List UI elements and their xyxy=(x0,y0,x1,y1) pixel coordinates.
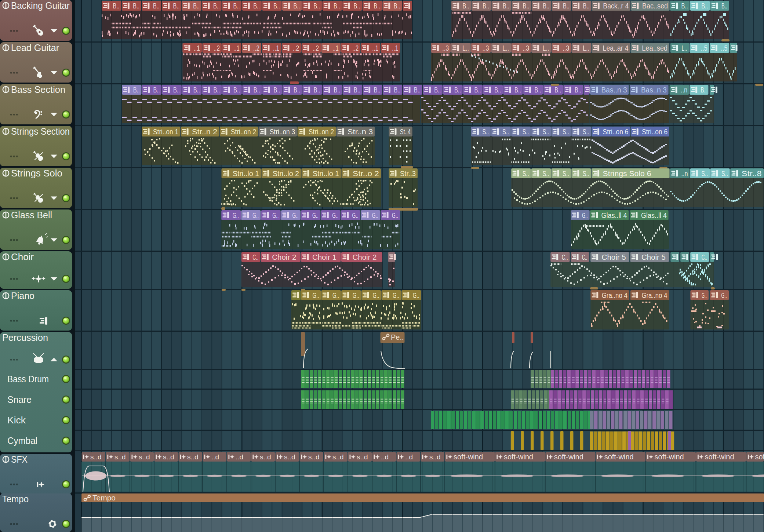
svg-text:..5: ..5 xyxy=(721,44,727,52)
svg-text:B..: B.. xyxy=(253,2,260,10)
svg-text:soft-wind: soft-wind xyxy=(504,453,533,461)
svg-text:..1: ..1 xyxy=(332,44,339,52)
svg-text:Cymbal: Cymbal xyxy=(7,436,37,446)
svg-text:G..: G.. xyxy=(352,211,359,219)
svg-text:Bac..sed: Bac..sed xyxy=(642,2,668,10)
svg-text:s..d: s..d xyxy=(163,453,174,461)
svg-text:B..: B.. xyxy=(523,2,530,10)
svg-text:B..: B.. xyxy=(681,2,688,10)
svg-text:L..: L.. xyxy=(682,44,687,52)
svg-text:B..: B.. xyxy=(434,86,441,94)
svg-text:Glas..ll 4: Glas..ll 4 xyxy=(601,211,627,219)
svg-text:..3: ..3 xyxy=(563,44,569,52)
svg-text:..3: ..3 xyxy=(523,44,529,52)
svg-text:Stri..on 6: Stri..on 6 xyxy=(603,128,629,136)
svg-text:Kick: Kick xyxy=(7,415,26,425)
svg-text:Back..r 4: Back..r 4 xyxy=(603,2,629,10)
svg-text:..d: ..d xyxy=(381,453,389,461)
svg-text:Stri..on 2: Stri..on 2 xyxy=(231,128,256,136)
svg-text:S..: S.. xyxy=(502,128,509,136)
svg-text:S..: S.. xyxy=(583,128,589,136)
svg-text:B..: B.. xyxy=(133,86,140,94)
svg-text:B..: B.. xyxy=(113,2,120,10)
svg-text:G..: G.. xyxy=(312,291,319,299)
svg-text:s..d: s..d xyxy=(429,453,441,461)
svg-text:S..: S.. xyxy=(721,170,728,178)
svg-text:Lead Guitar: Lead Guitar xyxy=(11,43,59,53)
svg-text:B..: B.. xyxy=(354,86,360,94)
svg-text:B..: B.. xyxy=(173,86,180,94)
svg-text:G..: G.. xyxy=(721,291,727,299)
svg-text:B..: B.. xyxy=(153,86,160,94)
svg-text:B..: B.. xyxy=(463,2,469,10)
svg-text:St..4: St..4 xyxy=(400,128,411,136)
svg-text:B..: B.. xyxy=(173,2,180,10)
svg-text:G..: G.. xyxy=(393,291,399,299)
svg-text:soft-wind: soft-wind xyxy=(705,453,734,461)
svg-text:S..: S.. xyxy=(701,170,708,178)
svg-text:s..d: s..d xyxy=(260,453,271,461)
svg-text:B..: B.. xyxy=(294,86,300,94)
svg-text:..n: ..n xyxy=(681,170,688,178)
svg-text:Str..n 3: Str..n 3 xyxy=(348,128,373,136)
svg-text:C..: C.. xyxy=(702,253,707,261)
svg-text:B..: B.. xyxy=(193,86,200,94)
svg-text:L..: L.. xyxy=(583,44,589,52)
svg-text:..1: ..1 xyxy=(194,44,200,52)
svg-text:L..: L.. xyxy=(502,44,509,52)
svg-text:s..d: s..d xyxy=(308,453,320,461)
svg-text:B..: B.. xyxy=(394,2,400,10)
svg-text:soft-wind: soft-wind xyxy=(604,453,634,461)
svg-text:S..: S.. xyxy=(583,170,589,178)
svg-text:G..: G.. xyxy=(233,211,239,219)
svg-text:Percussion: Percussion xyxy=(2,332,48,343)
svg-text:L..: L.. xyxy=(543,44,549,52)
svg-text:G..: G.. xyxy=(702,291,707,299)
svg-text:B..: B.. xyxy=(414,86,421,94)
svg-text:G..: G.. xyxy=(272,211,279,219)
svg-text:SFX: SFX xyxy=(11,454,28,464)
svg-text:B..: B.. xyxy=(583,2,590,10)
svg-text:Strings Solo: Strings Solo xyxy=(11,168,62,178)
svg-text:soft-wind: soft-wind xyxy=(454,453,483,461)
svg-text:Stri..on 6: Stri..on 6 xyxy=(642,128,667,136)
svg-text:Stri..on 3: Stri..on 3 xyxy=(270,128,295,136)
svg-text:Bass Section: Bass Section xyxy=(11,84,65,95)
svg-text:s..d: s..d xyxy=(284,453,295,461)
svg-text:G..: G.. xyxy=(413,291,419,299)
svg-text:Tempo: Tempo xyxy=(2,494,29,504)
svg-text:G..: G.. xyxy=(372,291,379,299)
svg-text:B..: B.. xyxy=(354,2,360,10)
svg-text:..2: ..2 xyxy=(313,44,319,52)
svg-text:..1: ..1 xyxy=(372,44,378,52)
svg-text:s..d: s..d xyxy=(114,453,126,461)
svg-text:B..: B.. xyxy=(494,86,501,94)
svg-text:B..: B.. xyxy=(193,2,200,10)
svg-text:soft-wind: soft-wind xyxy=(554,453,583,461)
svg-text:Choir 1: Choir 1 xyxy=(312,253,336,261)
svg-text:Lea..ar 4: Lea..ar 4 xyxy=(603,44,629,52)
svg-text:Str..3: Str..3 xyxy=(400,170,416,178)
svg-text:..d: ..d xyxy=(405,453,413,461)
svg-text:B..: B.. xyxy=(535,86,541,94)
svg-text:s..d: s..d xyxy=(90,453,102,461)
svg-text:..2: ..2 xyxy=(214,44,220,52)
svg-text:G..: G.. xyxy=(332,211,338,219)
svg-text:B..: B.. xyxy=(483,2,489,10)
svg-text:B..: B.. xyxy=(334,86,340,94)
svg-text:S..: S.. xyxy=(563,128,569,136)
svg-text:Bas..n 3: Bas..n 3 xyxy=(641,86,667,94)
svg-text:Strings Section: Strings Section xyxy=(11,126,70,136)
svg-text:..5: ..5 xyxy=(701,44,707,52)
svg-text:s..d: s..d xyxy=(187,453,199,461)
svg-text:..2: ..2 xyxy=(253,44,259,52)
svg-text:Glass Bell: Glass Bell xyxy=(11,210,52,220)
svg-text:Bas..n 3: Bas..n 3 xyxy=(601,86,627,94)
svg-text:Stri..on 1: Stri..on 1 xyxy=(153,128,178,136)
svg-text:Backing Guitar: Backing Guitar xyxy=(11,0,70,11)
svg-text:Str..o 2: Str..o 2 xyxy=(353,170,379,178)
svg-text:Lea..sed: Lea..sed xyxy=(642,44,667,52)
svg-text:..1: ..1 xyxy=(392,44,398,52)
svg-text:B..: B.. xyxy=(701,2,708,10)
svg-text:Choir 5: Choir 5 xyxy=(641,253,666,261)
